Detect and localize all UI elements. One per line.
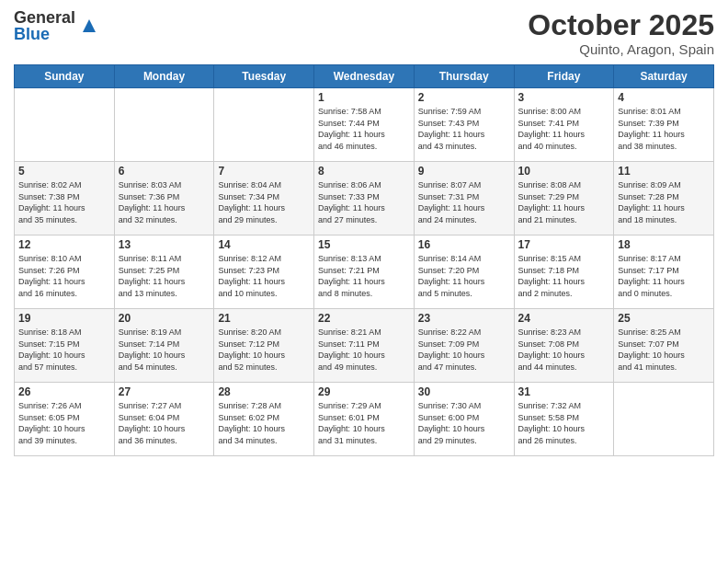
title-block: October 2025 Quinto, Aragon, Spain bbox=[528, 9, 714, 57]
calendar-cell: 23Sunrise: 8:22 AM Sunset: 7:09 PM Dayli… bbox=[414, 309, 514, 383]
day-number: 4 bbox=[618, 91, 710, 104]
calendar-cell: 4Sunrise: 8:01 AM Sunset: 7:39 PM Daylig… bbox=[614, 88, 714, 162]
day-number: 16 bbox=[418, 238, 510, 251]
calendar-cell: 29Sunrise: 7:29 AM Sunset: 6:01 PM Dayli… bbox=[314, 383, 415, 456]
calendar-cell: 5Sunrise: 8:02 AM Sunset: 7:38 PM Daylig… bbox=[15, 162, 115, 236]
day-number: 26 bbox=[18, 385, 110, 398]
day-info: Sunrise: 8:00 AM Sunset: 7:41 PM Dayligh… bbox=[518, 106, 610, 152]
calendar-cell: 21Sunrise: 8:20 AM Sunset: 7:12 PM Dayli… bbox=[214, 309, 314, 383]
day-info: Sunrise: 8:23 AM Sunset: 7:08 PM Dayligh… bbox=[518, 327, 610, 373]
calendar-cell: 26Sunrise: 7:26 AM Sunset: 6:05 PM Dayli… bbox=[15, 383, 115, 456]
day-number: 14 bbox=[218, 238, 310, 251]
day-number: 15 bbox=[318, 238, 410, 251]
day-info: Sunrise: 8:22 AM Sunset: 7:09 PM Dayligh… bbox=[418, 327, 510, 373]
day-number: 10 bbox=[518, 165, 610, 178]
day-number: 13 bbox=[119, 238, 210, 251]
weekday-header: Sunday bbox=[15, 65, 115, 88]
svg-marker-0 bbox=[83, 19, 96, 32]
calendar-week-row: 19Sunrise: 8:18 AM Sunset: 7:15 PM Dayli… bbox=[15, 309, 714, 383]
weekday-header: Thursday bbox=[414, 65, 514, 88]
weekday-header: Monday bbox=[114, 65, 214, 88]
day-number: 19 bbox=[18, 312, 110, 325]
weekday-header-row: SundayMondayTuesdayWednesdayThursdayFrid… bbox=[15, 65, 714, 88]
day-info: Sunrise: 8:17 AM Sunset: 7:17 PM Dayligh… bbox=[618, 253, 710, 299]
day-info: Sunrise: 7:59 AM Sunset: 7:43 PM Dayligh… bbox=[418, 106, 510, 152]
day-info: Sunrise: 8:18 AM Sunset: 7:15 PM Dayligh… bbox=[18, 327, 110, 373]
day-info: Sunrise: 8:01 AM Sunset: 7:39 PM Dayligh… bbox=[618, 106, 710, 152]
logo-icon bbox=[79, 16, 99, 36]
calendar-cell: 8Sunrise: 8:06 AM Sunset: 7:33 PM Daylig… bbox=[314, 162, 415, 236]
day-number: 2 bbox=[418, 91, 510, 104]
day-number: 11 bbox=[618, 165, 710, 178]
calendar-cell: 2Sunrise: 7:59 AM Sunset: 7:43 PM Daylig… bbox=[414, 88, 514, 162]
calendar-cell: 1Sunrise: 7:58 AM Sunset: 7:44 PM Daylig… bbox=[314, 88, 415, 162]
day-number: 25 bbox=[618, 312, 710, 325]
logo-text: General Blue bbox=[14, 9, 75, 42]
day-info: Sunrise: 8:20 AM Sunset: 7:12 PM Dayligh… bbox=[218, 327, 310, 373]
day-number: 3 bbox=[518, 91, 610, 104]
day-number: 24 bbox=[518, 312, 610, 325]
calendar-cell: 27Sunrise: 7:27 AM Sunset: 6:04 PM Dayli… bbox=[114, 383, 214, 456]
calendar-cell: 9Sunrise: 8:07 AM Sunset: 7:31 PM Daylig… bbox=[414, 162, 514, 236]
day-info: Sunrise: 8:21 AM Sunset: 7:11 PM Dayligh… bbox=[318, 327, 410, 373]
calendar-cell: 25Sunrise: 8:25 AM Sunset: 7:07 PM Dayli… bbox=[614, 309, 714, 383]
calendar-table: SundayMondayTuesdayWednesdayThursdayFrid… bbox=[14, 64, 714, 456]
day-number: 23 bbox=[418, 312, 510, 325]
weekday-header: Friday bbox=[514, 65, 614, 88]
day-number: 12 bbox=[18, 238, 110, 251]
day-info: Sunrise: 8:19 AM Sunset: 7:14 PM Dayligh… bbox=[119, 327, 210, 373]
calendar-week-row: 12Sunrise: 8:10 AM Sunset: 7:26 PM Dayli… bbox=[15, 236, 714, 309]
day-info: Sunrise: 7:58 AM Sunset: 7:44 PM Dayligh… bbox=[318, 106, 410, 152]
day-info: Sunrise: 7:29 AM Sunset: 6:01 PM Dayligh… bbox=[318, 400, 410, 446]
calendar-week-row: 1Sunrise: 7:58 AM Sunset: 7:44 PM Daylig… bbox=[15, 88, 714, 162]
day-info: Sunrise: 7:28 AM Sunset: 6:02 PM Dayligh… bbox=[218, 400, 310, 446]
weekday-header: Saturday bbox=[614, 65, 714, 88]
calendar-cell: 3Sunrise: 8:00 AM Sunset: 7:41 PM Daylig… bbox=[514, 88, 614, 162]
day-info: Sunrise: 8:08 AM Sunset: 7:29 PM Dayligh… bbox=[518, 179, 610, 225]
logo-blue: Blue bbox=[14, 26, 75, 42]
day-number: 1 bbox=[318, 91, 410, 104]
day-number: 22 bbox=[318, 312, 410, 325]
day-number: 6 bbox=[119, 165, 210, 178]
day-number: 9 bbox=[418, 165, 510, 178]
calendar-cell: 24Sunrise: 8:23 AM Sunset: 7:08 PM Dayli… bbox=[514, 309, 614, 383]
day-info: Sunrise: 8:25 AM Sunset: 7:07 PM Dayligh… bbox=[618, 327, 710, 373]
weekday-header: Wednesday bbox=[314, 65, 415, 88]
calendar-cell: 20Sunrise: 8:19 AM Sunset: 7:14 PM Dayli… bbox=[114, 309, 214, 383]
day-info: Sunrise: 8:11 AM Sunset: 7:25 PM Dayligh… bbox=[119, 253, 210, 299]
day-info: Sunrise: 8:03 AM Sunset: 7:36 PM Dayligh… bbox=[119, 179, 210, 225]
calendar-cell: 15Sunrise: 8:13 AM Sunset: 7:21 PM Dayli… bbox=[314, 236, 415, 309]
calendar-cell: 10Sunrise: 8:08 AM Sunset: 7:29 PM Dayli… bbox=[514, 162, 614, 236]
day-info: Sunrise: 8:15 AM Sunset: 7:18 PM Dayligh… bbox=[518, 253, 610, 299]
day-info: Sunrise: 8:07 AM Sunset: 7:31 PM Dayligh… bbox=[418, 179, 510, 225]
logo: General Blue bbox=[14, 9, 99, 42]
day-info: Sunrise: 8:06 AM Sunset: 7:33 PM Dayligh… bbox=[318, 179, 410, 225]
calendar-cell: 28Sunrise: 7:28 AM Sunset: 6:02 PM Dayli… bbox=[214, 383, 314, 456]
day-info: Sunrise: 7:32 AM Sunset: 5:58 PM Dayligh… bbox=[518, 400, 610, 446]
calendar-cell: 18Sunrise: 8:17 AM Sunset: 7:17 PM Dayli… bbox=[614, 236, 714, 309]
calendar-cell: 30Sunrise: 7:30 AM Sunset: 6:00 PM Dayli… bbox=[414, 383, 514, 456]
calendar-cell: 13Sunrise: 8:11 AM Sunset: 7:25 PM Dayli… bbox=[114, 236, 214, 309]
page: General Blue October 2025 Quinto, Aragon… bbox=[0, 0, 728, 563]
day-number: 5 bbox=[18, 165, 110, 178]
day-number: 7 bbox=[218, 165, 310, 178]
calendar-cell: 11Sunrise: 8:09 AM Sunset: 7:28 PM Dayli… bbox=[614, 162, 714, 236]
day-info: Sunrise: 8:13 AM Sunset: 7:21 PM Dayligh… bbox=[318, 253, 410, 299]
day-number: 8 bbox=[318, 165, 410, 178]
day-info: Sunrise: 8:04 AM Sunset: 7:34 PM Dayligh… bbox=[218, 179, 310, 225]
calendar-cell bbox=[114, 88, 214, 162]
day-info: Sunrise: 8:10 AM Sunset: 7:26 PM Dayligh… bbox=[18, 253, 110, 299]
day-info: Sunrise: 7:26 AM Sunset: 6:05 PM Dayligh… bbox=[18, 400, 110, 446]
day-number: 31 bbox=[518, 385, 610, 398]
calendar-cell bbox=[614, 383, 714, 456]
day-number: 27 bbox=[119, 385, 210, 398]
calendar-cell: 31Sunrise: 7:32 AM Sunset: 5:58 PM Dayli… bbox=[514, 383, 614, 456]
day-number: 20 bbox=[119, 312, 210, 325]
calendar-cell: 7Sunrise: 8:04 AM Sunset: 7:34 PM Daylig… bbox=[214, 162, 314, 236]
calendar-cell bbox=[214, 88, 314, 162]
header: General Blue October 2025 Quinto, Aragon… bbox=[14, 9, 714, 57]
calendar-cell bbox=[15, 88, 115, 162]
day-number: 29 bbox=[318, 385, 410, 398]
day-number: 18 bbox=[618, 238, 710, 251]
calendar-week-row: 5Sunrise: 8:02 AM Sunset: 7:38 PM Daylig… bbox=[15, 162, 714, 236]
